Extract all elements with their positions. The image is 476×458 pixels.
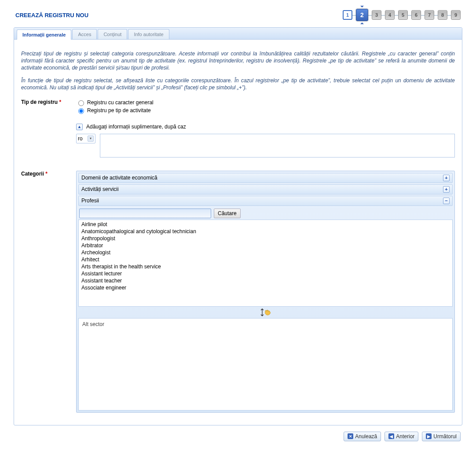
plus-icon[interactable]: + — [443, 186, 450, 193]
wizard-steps: 123456789 — [343, 9, 461, 21]
wizard-step-2[interactable]: 2 — [356, 9, 368, 21]
list-item[interactable]: Assistant lecturer — [81, 270, 450, 277]
list-item[interactable]: Archeologist — [81, 249, 450, 256]
tab-0[interactable]: Informații generale — [17, 29, 71, 40]
intro-text-2: În funcție de tipul de registru selectat… — [21, 77, 455, 91]
additional-info-textarea[interactable] — [100, 134, 455, 158]
categories-label: Categorii * — [21, 171, 76, 177]
registry-type-radio-1[interactable] — [78, 108, 84, 114]
category-profesii-header[interactable]: Profesii − — [78, 196, 453, 206]
collapse-toggle-icon[interactable]: ▲ — [76, 124, 83, 130]
minus-icon[interactable]: − — [443, 198, 450, 204]
list-item[interactable]: Anthropologist — [81, 235, 450, 242]
registry-type-label: Tip de registru * — [21, 99, 76, 105]
list-item[interactable]: Arbitrator — [81, 242, 450, 249]
wizard-step-8[interactable]: 8 — [438, 10, 447, 20]
list-item[interactable]: Associate engineer — [81, 284, 450, 291]
tab-3[interactable]: Info autoritate — [128, 29, 169, 39]
tab-1[interactable]: Acces — [72, 29, 97, 39]
wizard-step-5[interactable]: 5 — [398, 10, 408, 20]
search-button[interactable]: Căutare — [214, 209, 241, 218]
alt-sector-box: Alt sector — [78, 318, 453, 410]
additional-info-label: Adăugați informații suplimentare, după c… — [86, 124, 186, 130]
arrow-right-icon: ▶ — [426, 433, 432, 439]
plus-icon[interactable]: + — [443, 175, 450, 181]
next-button[interactable]: ▶ Următorul — [422, 432, 461, 441]
profession-search-input[interactable] — [79, 209, 211, 218]
category-servicii-header[interactable]: Activități servicii + — [78, 184, 453, 194]
language-select[interactable]: ro ▾ — [76, 134, 95, 143]
arrow-left-icon: ◀ — [388, 433, 394, 439]
list-item[interactable]: Airline pilot — [81, 221, 450, 228]
registry-type-option-1[interactable]: Registru pe tip de activitate — [76, 107, 455, 114]
registry-type-option-0[interactable]: Registru cu caracter general — [76, 99, 455, 106]
list-item[interactable]: Anatomicopathalogical and cytological te… — [81, 228, 450, 235]
category-economic-header[interactable]: Domenii de activitate economică + — [78, 173, 453, 183]
registry-type-radio-0[interactable] — [78, 100, 84, 106]
tab-bar: Informații generaleAccesConținutInfo aut… — [14, 28, 462, 40]
resize-handle-icon[interactable] — [78, 307, 453, 318]
tab-2[interactable]: Conținut — [98, 29, 127, 39]
alt-sector-label: Alt sector — [82, 321, 449, 327]
list-item[interactable]: Arhitect — [81, 256, 450, 263]
cancel-button[interactable]: ✕ Anulează — [344, 432, 381, 441]
wizard-step-1[interactable]: 1 — [343, 10, 352, 20]
wizard-step-9[interactable]: 9 — [451, 10, 461, 20]
wizard-step-6[interactable]: 6 — [411, 10, 421, 20]
wizard-step-3[interactable]: 3 — [372, 10, 381, 20]
wizard-step-7[interactable]: 7 — [425, 10, 434, 20]
page-title: CREEAZĂ REGISTRU NOU — [15, 12, 88, 18]
list-item[interactable]: Arts therapist in the health service — [81, 263, 450, 270]
intro-text-1: Precizați tipul de registru și selectați… — [21, 50, 455, 72]
chevron-down-icon: ▾ — [88, 136, 94, 142]
wizard-step-4[interactable]: 4 — [385, 10, 395, 20]
registry-type-option-label: Registru pe tip de activitate — [87, 107, 151, 114]
list-item[interactable]: Assistant teacher — [81, 277, 450, 284]
main-panel: Informații generaleAccesConținutInfo aut… — [14, 27, 462, 425]
close-icon: ✕ — [348, 433, 353, 439]
profession-listbox[interactable]: Airline pilotAnatomicopathalogical and c… — [79, 220, 452, 306]
registry-type-option-label: Registru cu caracter general — [87, 99, 154, 106]
previous-button[interactable]: ◀ Anterior — [384, 432, 418, 441]
